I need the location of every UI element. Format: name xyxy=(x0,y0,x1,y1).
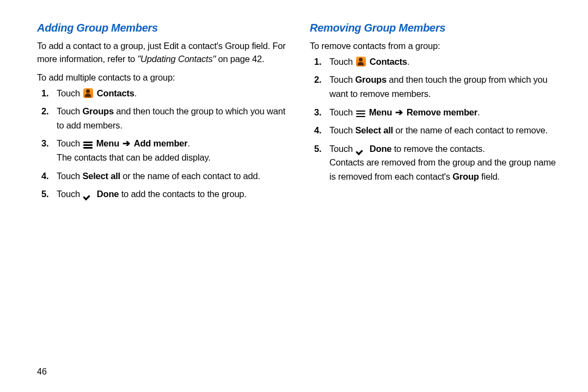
contacts-icon xyxy=(356,57,366,66)
menu-icon xyxy=(356,111,365,118)
step-bold: Groups xyxy=(355,75,386,84)
step-pre: Touch xyxy=(57,106,82,116)
step-item: 5. Touch Done to remove the contacts. Co… xyxy=(310,142,561,184)
step-bold: Select all xyxy=(355,125,393,135)
check-icon xyxy=(83,192,93,199)
step-post: . xyxy=(188,138,190,148)
step-text: Touch Groups and then touch the group fr… xyxy=(329,73,561,101)
contacts-icon xyxy=(83,88,93,98)
step-text: Touch Select all or the name of each con… xyxy=(329,124,561,138)
step-tail-bold: Group xyxy=(452,171,479,181)
step-text: Touch Done to remove the contacts. Conta… xyxy=(329,142,561,184)
page-number: 46 xyxy=(37,367,47,377)
step-tail: field. xyxy=(479,171,500,181)
intro-text-b: on page 42. xyxy=(216,54,264,64)
step-item: 4. Touch Select all or the name of each … xyxy=(310,124,561,138)
step-bold: Select all xyxy=(82,171,120,181)
step-number: 3. xyxy=(310,106,329,120)
step-text: Touch Menu ➔ Remove member. xyxy=(329,106,561,120)
step-pre: Touch xyxy=(329,107,355,117)
steps-list-adding: 1. Touch Contacts. 2. Touch Groups and t… xyxy=(37,87,288,201)
step-text: Touch Groups and then touch the group to… xyxy=(57,105,288,132)
step-bold: Contacts xyxy=(97,88,134,98)
step-pre: Touch xyxy=(329,57,355,66)
step-text: Touch Contacts. xyxy=(57,87,288,101)
step-tail: The contacts that can be added display. xyxy=(57,152,211,162)
step-post: or the name of each contact to remove. xyxy=(393,125,548,135)
arrow-icon: ➔ xyxy=(394,107,404,117)
steps-list-removing: 1. Touch Contacts. 2. Touch Groups and t… xyxy=(310,55,561,184)
check-icon xyxy=(356,146,366,154)
left-column: Adding Group Members To add a contact to… xyxy=(37,22,288,376)
step-number: 4. xyxy=(310,124,329,138)
step-pre: Touch xyxy=(57,138,82,148)
menu-icon xyxy=(83,142,93,149)
step-post: . xyxy=(407,57,409,66)
step-number: 2. xyxy=(310,73,329,87)
intro-paragraph-2: To add multiple contacts to a group: xyxy=(37,71,288,84)
right-column: Removing Group Members To remove contact… xyxy=(310,22,561,376)
step-bold: Menu xyxy=(96,138,119,148)
step-item: 2. Touch Groups and then touch the group… xyxy=(310,73,561,101)
step-pre: Touch xyxy=(57,189,82,199)
step-number: 4. xyxy=(37,169,57,183)
step-item: 1. Touch Contacts. xyxy=(37,87,288,101)
step-pre: Touch xyxy=(329,144,355,154)
step-post: . xyxy=(477,107,480,117)
manual-page: Adding Group Members To add a contact to… xyxy=(0,0,588,392)
intro-paragraph: To remove contacts from a group: xyxy=(310,40,561,53)
step-number: 5. xyxy=(310,142,329,156)
step-item: 3. Touch Menu ➔ Remove member. xyxy=(310,106,561,120)
section-heading-removing: Removing Group Members xyxy=(310,22,561,34)
step-bold: Contacts xyxy=(370,57,407,66)
step-number: 1. xyxy=(310,55,329,69)
step-item: 3. Touch Menu ➔ Add member. The contacts… xyxy=(37,137,288,164)
step-post: . xyxy=(134,88,137,98)
step-number: 5. xyxy=(37,187,57,201)
section-heading-adding: Adding Group Members xyxy=(37,22,288,34)
step-item: 5. Touch Done to add the contacts to the… xyxy=(37,187,288,201)
step-pre: Touch xyxy=(329,75,355,84)
step-pre: Touch xyxy=(329,125,355,135)
step-text: Touch Contacts. xyxy=(329,55,561,69)
step-bold: Done xyxy=(97,189,119,199)
step-number: 3. xyxy=(37,137,57,151)
step-bold: Menu xyxy=(369,107,392,117)
step-post: or the name of each contact to add. xyxy=(120,171,260,181)
step-item: 1. Touch Contacts. xyxy=(310,55,561,69)
arrow-icon: ➔ xyxy=(121,138,131,148)
step-pre: Touch xyxy=(57,171,82,181)
step-pre: Touch xyxy=(57,88,82,98)
step-text: Touch Done to add the contacts to the gr… xyxy=(57,187,288,201)
step-post: to add the contacts to the group. xyxy=(119,189,246,199)
step-text: Touch Menu ➔ Add member. The contacts th… xyxy=(57,137,288,164)
step-number: 2. xyxy=(37,105,57,119)
cross-reference: "Updating Contacts" xyxy=(137,54,216,64)
step-bold: Add member xyxy=(134,138,188,148)
intro-paragraph: To add a contact to a group, just Edit a… xyxy=(37,40,288,66)
step-item: 2. Touch Groups and then touch the group… xyxy=(37,105,288,132)
step-post: to remove the contacts. xyxy=(391,144,485,154)
step-number: 1. xyxy=(37,87,57,101)
step-text: Touch Select all or the name of each con… xyxy=(57,169,288,183)
step-item: 4. Touch Select all or the name of each … xyxy=(37,169,288,183)
step-bold: Remove member xyxy=(407,107,477,117)
step-bold: Groups xyxy=(82,106,113,116)
step-tail: Contacts are removed from the group and … xyxy=(329,157,556,181)
step-bold: Done xyxy=(370,144,391,154)
